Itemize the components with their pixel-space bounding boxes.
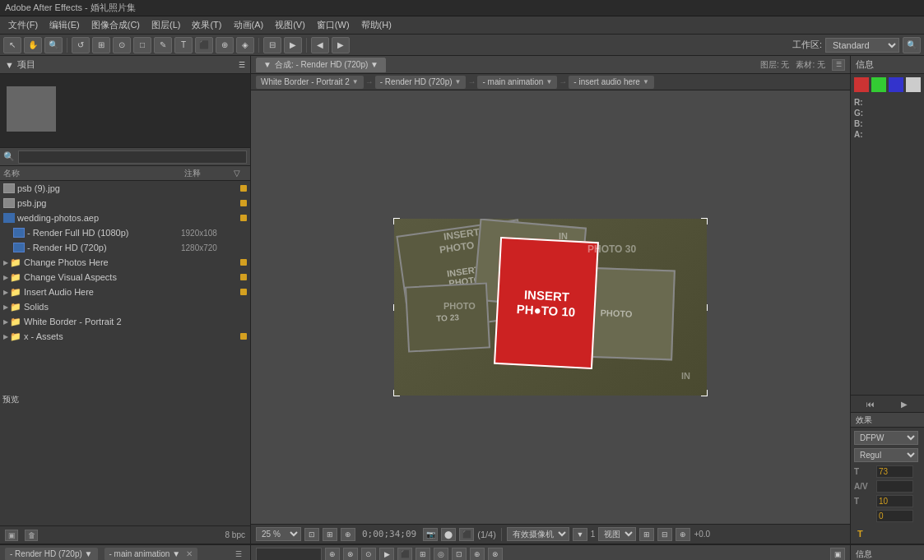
tl-search-input[interactable] [256, 548, 322, 561]
color-block-r [854, 77, 869, 92]
camera-icon[interactable]: 📷 [423, 528, 438, 541]
right-panel: 信息 R: G: B: A: [850, 56, 924, 544]
prop-zero-value[interactable] [876, 510, 913, 522]
tool-pen[interactable]: ✎ [154, 37, 172, 53]
tool-zoom[interactable]: 🔍 [44, 37, 63, 53]
bc-item-4[interactable]: - insert audio here ▼ [569, 76, 654, 89]
col-sort-btn[interactable]: ▽ [234, 169, 247, 178]
tool-brush[interactable]: ⬛ [195, 37, 213, 53]
menu-window[interactable]: 窗口(W) [312, 17, 355, 33]
search-input[interactable] [18, 150, 247, 164]
footer-new-folder[interactable]: ▣ [5, 530, 18, 541]
list-item[interactable]: ▶ 📁 Change Visual Aspects [0, 270, 250, 285]
view-3d[interactable]: ⊟ [657, 528, 672, 541]
grid-btn[interactable]: ⊞ [323, 528, 337, 541]
view-safe[interactable]: ⊕ [676, 528, 690, 541]
comp-options-btn[interactable]: ☰ [832, 59, 845, 71]
view-layout[interactable]: ⊞ [639, 528, 654, 541]
menu-layer[interactable]: 图层(L) [146, 17, 185, 33]
tool-roto[interactable]: ▶ [284, 37, 302, 53]
menu-composition[interactable]: 图像合成(C) [86, 17, 145, 33]
font-style-select[interactable]: Regul [854, 448, 918, 462]
menu-effects[interactable]: 效果(T) [187, 17, 226, 33]
overlay-text-3: PHOTO [443, 301, 476, 311]
footer-new-comp[interactable]: 🗑 [25, 530, 38, 541]
list-item[interactable]: ▶ 📁 Solids [0, 299, 250, 314]
tl-ctrl-collapse[interactable]: ▣ [830, 548, 845, 561]
menu-file[interactable]: 文件(F) [3, 17, 43, 33]
col-type-header: 注释 [184, 168, 234, 179]
tl-ctrl-3[interactable]: ⊙ [361, 548, 376, 561]
workspace-select[interactable]: Standard [825, 38, 899, 53]
project-menu-btn[interactable]: ☰ [239, 61, 245, 69]
comp-tab-label: ▼ [263, 60, 272, 69]
item-label: Solids [24, 302, 247, 312]
fit-btn[interactable]: ⊡ [304, 528, 319, 541]
list-item[interactable]: psb (9).jpg [0, 181, 250, 196]
transparency-btn[interactable]: ⬛ [459, 528, 474, 541]
menu-help[interactable]: 帮助(H) [356, 17, 397, 33]
camera-select[interactable]: 有效摄像机 [507, 527, 569, 541]
mask-btn[interactable]: ⊕ [341, 528, 355, 541]
zoom-select[interactable]: 25 % 50 % 100 % [256, 527, 301, 541]
list-item[interactable]: - Render Full HD (1080p) 1920x108 [0, 225, 250, 240]
tool-camera[interactable]: ⊞ [92, 37, 110, 53]
tl-ctrl-10[interactable]: ⊗ [488, 548, 503, 561]
bc-item-1[interactable]: White Border - Portrait 2 ▼ [256, 76, 364, 89]
tl-ctrl-8[interactable]: ⊡ [452, 548, 467, 561]
tl-ctrl-9[interactable]: ⊕ [470, 548, 485, 561]
prop-t2-row: T [854, 495, 921, 507]
tl-ctrl-1[interactable]: ⊕ [325, 548, 340, 561]
bc-item-3[interactable]: - main animation ▼ [477, 76, 557, 89]
effects-t-btn[interactable]: T [854, 527, 921, 540]
workspace-search[interactable]: 🔍 [903, 37, 921, 53]
comp-tab[interactable]: ▼ 合成: - Render HD (720p) ▼ [256, 58, 386, 72]
color-btn[interactable]: ⬤ [441, 528, 456, 541]
tl-header-right: ⊕ ⊗ ⊙ ▶ ⬛ ⊞ ◎ ⊡ ⊕ ⊗ ▣ [251, 545, 850, 560]
tool-arrow-left[interactable]: ◀ [311, 37, 329, 53]
camera-options[interactable]: ▼ [573, 528, 587, 541]
tool-puppet[interactable]: ⊟ [263, 37, 281, 53]
list-item[interactable]: ▶ 📁 x - Assets [0, 329, 250, 344]
tool-text[interactable]: T [174, 37, 193, 53]
prop-font-size[interactable] [876, 465, 913, 478]
tl-ctrl-4[interactable]: ▶ [379, 548, 394, 561]
prop-av-value[interactable] [876, 480, 913, 493]
tool-shape[interactable]: □ [133, 37, 151, 53]
tl-tab-main[interactable]: - main animation ▼ ✕ [104, 548, 198, 561]
list-item[interactable]: ▶ 📁 Change Photos Here [0, 255, 250, 270]
tl-ctrl-7[interactable]: ◎ [434, 548, 448, 561]
tool-eraser[interactable]: ◈ [236, 37, 254, 53]
tool-hand[interactable]: ✋ [24, 37, 42, 53]
view-select[interactable]: 视图 [598, 527, 636, 541]
item-dot [240, 259, 247, 266]
prop-t2-value[interactable] [876, 495, 913, 507]
item-label: White Border - Portrait 2 [24, 317, 247, 326]
tool-anchor[interactable]: ⊙ [113, 37, 131, 53]
list-item[interactable]: - Render HD (720p) 1280x720 [0, 240, 250, 255]
tl-tab-render[interactable]: - Render HD (720p) ▼ [5, 548, 98, 561]
prev-rewind[interactable]: ⏮ [864, 398, 877, 410]
tl-ctrl-2[interactable]: ⊗ [343, 548, 358, 561]
list-item[interactable]: psb.jpg [0, 196, 250, 211]
tool-arrow-right[interactable]: ▶ [332, 37, 350, 53]
timeline-left: - Render HD (720p) ▼ - main animation ▼ … [0, 545, 251, 560]
tool-clone[interactable]: ⊕ [216, 37, 234, 53]
tool-select[interactable]: ↖ [3, 37, 21, 53]
tool-rotate[interactable]: ↺ [72, 37, 90, 53]
prev-play[interactable]: ▶ [898, 398, 911, 410]
menu-animation[interactable]: 动画(A) [229, 17, 269, 33]
menu-edit[interactable]: 编辑(E) [44, 17, 85, 33]
comp-view[interactable]: INSERTPHOTO INSERTPHOTO 30 TO 23 PHOTO I… [251, 90, 850, 524]
tl-ctrl-6[interactable]: ⊞ [416, 548, 430, 561]
tl-tab-close[interactable]: ✕ [186, 549, 193, 558]
tl-ctrl-5[interactable]: ⬛ [397, 548, 412, 561]
list-item[interactable]: ▶ 📁 White Border - Portrait 2 [0, 314, 250, 329]
list-item[interactable]: wedding-photos.aep [0, 211, 250, 225]
list-item[interactable]: ▶ 📁 Insert Audio Here [0, 285, 250, 299]
font-select[interactable]: DFPW [854, 431, 918, 445]
bc-item-2[interactable]: - Render HD (720p) ▼ [375, 76, 467, 89]
item-icon-aep [3, 213, 15, 223]
menu-view[interactable]: 视图(V) [270, 17, 310, 33]
tl-menu-btn[interactable]: ☰ [232, 548, 245, 560]
